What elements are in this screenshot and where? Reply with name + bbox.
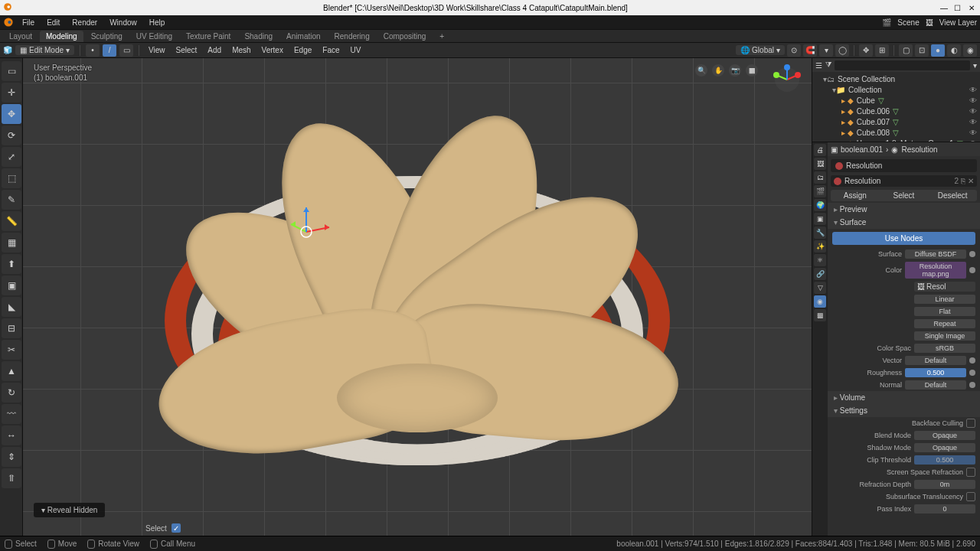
header-mesh[interactable]: Mesh: [228, 45, 254, 55]
tool-transform[interactable]: ⬚: [2, 168, 21, 188]
prop-tab-texture[interactable]: ▩: [814, 309, 826, 321]
material-users-button[interactable]: 2: [954, 177, 959, 185]
mode-dropdown[interactable]: ▦ Edit Mode ▾: [15, 45, 74, 55]
panel-preview[interactable]: Preview: [828, 203, 980, 216]
material-newcopy-button[interactable]: ⎘: [961, 177, 965, 185]
nav-camera-icon[interactable]: 📷: [729, 64, 741, 77]
tool-scale[interactable]: ⤢: [2, 147, 21, 167]
shading-rendered[interactable]: ◉: [963, 44, 977, 57]
prop-tab-object[interactable]: ▣: [814, 213, 826, 225]
tool-annotate[interactable]: ✎: [2, 190, 21, 210]
xray-toggle[interactable]: ▢: [899, 44, 913, 57]
material-unlink-button[interactable]: ✕: [968, 177, 974, 185]
nav-zoom-icon[interactable]: 🔍: [695, 64, 707, 77]
snap-toggle[interactable]: 🧲: [803, 44, 817, 57]
blend-mode-dropdown[interactable]: Opaque: [914, 431, 975, 440]
tool-measure[interactable]: 📏: [2, 211, 21, 231]
pass-index-value[interactable]: 0: [914, 504, 975, 514]
tab-shading[interactable]: Shading: [238, 31, 279, 42]
deselect-button[interactable]: Deselect: [928, 190, 977, 201]
clip-threshold-value[interactable]: 0.500: [914, 455, 975, 465]
window-minimize-button[interactable]: —: [939, 4, 949, 12]
tool-cursor[interactable]: ✛: [2, 83, 21, 103]
material-name-field[interactable]: Resolution: [844, 177, 880, 185]
header-edge[interactable]: Edge: [290, 45, 315, 55]
panel-settings[interactable]: Settings: [828, 404, 980, 417]
face-select-mode[interactable]: ▭: [119, 44, 133, 57]
tool-spin[interactable]: ↻: [2, 383, 21, 403]
tool-shrinkfatten[interactable]: ⇕: [2, 447, 21, 467]
image-datablock-field[interactable]: 🖼Resol: [914, 282, 975, 292]
tab-texture-paint[interactable]: Texture Paint: [180, 31, 237, 42]
tool-loopcut[interactable]: ⊟: [2, 318, 21, 338]
material-slot-list[interactable]: Resolution: [831, 159, 977, 172]
editor-type-icon[interactable]: 🧊: [3, 46, 12, 54]
prop-tab-particles[interactable]: ✨: [814, 240, 826, 253]
outliner-item[interactable]: ▸ ◆Cube.008▽👁: [815, 127, 977, 138]
prop-tab-render[interactable]: 🖨: [814, 144, 826, 156]
tool-move[interactable]: ✥: [2, 104, 21, 124]
prop-tab-modifier[interactable]: 🔧: [814, 227, 826, 239]
socket-icon[interactable]: [969, 370, 975, 376]
shading-wireframe[interactable]: ⊡: [915, 44, 929, 57]
normal-value[interactable]: Default: [905, 380, 966, 390]
assign-button[interactable]: Assign: [831, 190, 880, 201]
tool-edgeslide[interactable]: ↔: [2, 425, 21, 445]
tool-rip[interactable]: ⥣: [2, 468, 21, 488]
surface-shader-value[interactable]: Diffuse BSDF: [905, 249, 966, 259]
edge-select-mode[interactable]: /: [103, 44, 116, 57]
socket-icon[interactable]: [969, 251, 975, 257]
extension-dropdown[interactable]: Repeat: [914, 319, 975, 328]
header-view[interactable]: View: [145, 45, 169, 55]
operator-panel[interactable]: Reveal Hidden: [34, 503, 105, 517]
outliner-search-input[interactable]: [835, 60, 970, 70]
header-select[interactable]: Select: [172, 45, 201, 55]
prop-tab-viewlayer[interactable]: 🗂: [814, 171, 826, 184]
select-button[interactable]: Select: [880, 190, 929, 201]
window-maximize-button[interactable]: ☐: [952, 4, 963, 12]
viewport-3d[interactable]: User Perspective (1) boolean.001 🔍 ✋ 📷 ▦: [23, 58, 812, 536]
panel-surface[interactable]: Surface: [828, 216, 980, 229]
projection-dropdown[interactable]: Flat: [914, 307, 975, 316]
menu-file[interactable]: File: [18, 18, 38, 27]
colorspace-dropdown[interactable]: sRGB: [914, 344, 975, 353]
orientation-gizmo[interactable]: [772, 64, 802, 95]
tab-compositing[interactable]: Compositing: [377, 31, 433, 42]
operator-select-checkbox[interactable]: ✓: [172, 523, 181, 533]
tool-select-box[interactable]: ▭: [2, 61, 21, 81]
menu-window[interactable]: Window: [106, 18, 141, 27]
snap-options[interactable]: ▾: [819, 44, 833, 57]
socket-icon[interactable]: [969, 382, 975, 388]
tool-rotate[interactable]: ⟳: [2, 126, 21, 145]
material-datablock[interactable]: Resolution 2 ⎘ ✕: [831, 175, 977, 187]
tool-smooth[interactable]: 〰: [2, 404, 21, 424]
source-dropdown[interactable]: Single Image: [914, 331, 975, 341]
use-nodes-button[interactable]: Use Nodes: [832, 232, 975, 245]
tab-modeling[interactable]: Modeling: [40, 31, 83, 42]
socket-icon[interactable]: [969, 267, 975, 273]
outliner-item[interactable]: ▸ ◆Cube▽👁: [815, 95, 977, 106]
header-uv[interactable]: UV: [347, 45, 365, 55]
nav-pan-icon[interactable]: ✋: [712, 64, 724, 77]
socket-icon[interactable]: [969, 357, 975, 364]
nav-persp-icon[interactable]: ▦: [746, 64, 758, 77]
refraction-depth-value[interactable]: 0m: [914, 480, 975, 489]
color-texture-value[interactable]: Resolution map.png: [905, 262, 966, 279]
orientation-dropdown[interactable]: 🌐 Global ▾: [736, 45, 785, 55]
pivot-dropdown[interactable]: ⊙: [787, 44, 801, 57]
outliner-filter-button[interactable]: ▾: [973, 61, 977, 70]
shadow-mode-dropdown[interactable]: Opaque: [914, 443, 975, 452]
outliner-item[interactable]: ▸ ◆Cube.006▽👁: [815, 106, 977, 116]
sst-checkbox[interactable]: [966, 492, 975, 501]
window-close-button[interactable]: ✕: [966, 4, 977, 12]
tool-add-cube[interactable]: ▦: [2, 233, 21, 253]
menu-help[interactable]: Help: [145, 18, 169, 27]
tool-knife[interactable]: ✂: [2, 340, 21, 360]
prop-tab-output[interactable]: 🖼: [814, 158, 826, 170]
header-vertex[interactable]: Vertex: [258, 45, 287, 55]
outliner-filter-icon[interactable]: ⧩: [825, 60, 831, 70]
overlays-toggle[interactable]: ⊞: [875, 44, 889, 57]
gizmo-toggle[interactable]: ✥: [859, 44, 873, 57]
vector-value[interactable]: Default: [905, 356, 966, 365]
tool-polybuild[interactable]: ▲: [2, 361, 21, 381]
